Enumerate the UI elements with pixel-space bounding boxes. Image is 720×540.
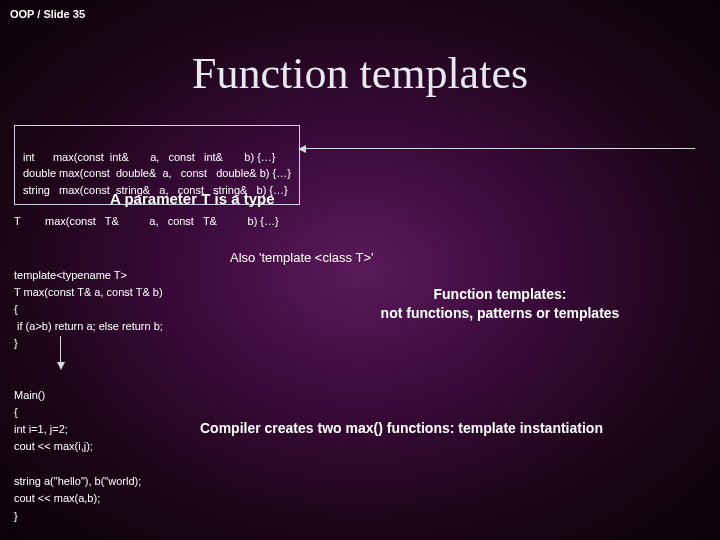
arrow-head-icon bbox=[298, 145, 306, 153]
generic-signature: T max(const T& a, const T& b) {…} bbox=[14, 215, 279, 227]
string-code-block: string a("hello"), b("world); cout << ma… bbox=[14, 455, 141, 525]
arrow-head-icon bbox=[57, 362, 65, 370]
template-definition: template<typename T> T max(const T& a, c… bbox=[14, 250, 163, 352]
arrow-into-overloads bbox=[305, 148, 695, 149]
overload-double: double max(const double& a, const double… bbox=[23, 167, 291, 179]
tmpl-line-1: template<typename T> bbox=[14, 269, 127, 281]
tmpl-line-3: { bbox=[14, 303, 18, 315]
also-template-class-note: Also 'template <class T>' bbox=[230, 250, 373, 265]
slide-title: Function templates bbox=[0, 48, 720, 99]
compiler-instantiation-note: Compiler creates two max() functions: te… bbox=[200, 420, 603, 436]
string-line-3: } bbox=[14, 510, 18, 522]
arrow-template-to-main bbox=[60, 336, 61, 364]
string-line-1: string a("hello"), b("world); bbox=[14, 475, 141, 487]
tmpl-line-5: } bbox=[14, 337, 18, 349]
string-line-2: cout << max(a,b); bbox=[14, 492, 100, 504]
main-line-1: Main() bbox=[14, 389, 45, 401]
main-line-3: int i=1, j=2; bbox=[14, 423, 68, 435]
subheading: A parameter T is a type bbox=[110, 190, 275, 207]
tmpl-line-4: if (a>b) return a; else return b; bbox=[14, 320, 163, 332]
main-line-2: { bbox=[14, 406, 18, 418]
function-templates-note: Function templates: not functions, patte… bbox=[340, 285, 660, 323]
tmpl-line-2: T max(const T& a, const T& b) bbox=[14, 286, 163, 298]
breadcrumb: OOP / Slide 35 bbox=[10, 8, 85, 20]
overload-int: int max(const int& a, const int& b) {…} bbox=[23, 151, 275, 163]
ft-note-line-1: Function templates: bbox=[433, 286, 566, 302]
main-line-4: cout << max(i,j); bbox=[14, 440, 93, 452]
ft-note-line-2: not functions, patterns or templates bbox=[381, 305, 620, 321]
main-code-block: Main() { int i=1, j=2; cout << max(i,j); bbox=[14, 370, 93, 455]
